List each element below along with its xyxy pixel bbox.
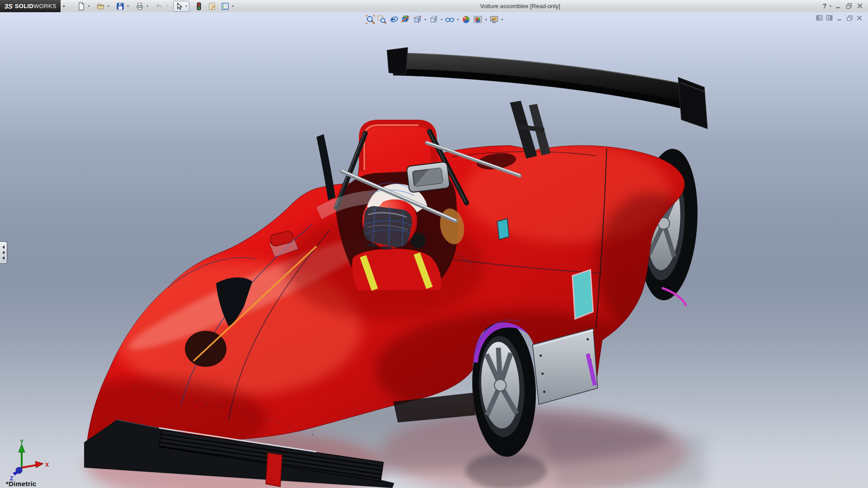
restore-icon [845, 2, 853, 9]
hide-show-items-icon [445, 14, 455, 24]
pane-right-button[interactable] [825, 14, 835, 22]
pane-left-button[interactable] [815, 14, 825, 22]
edit-appearance-button[interactable] [460, 14, 472, 25]
rear-view-mirror[interactable] [406, 162, 450, 193]
display-style-caret[interactable]: ▾ [439, 18, 444, 22]
file-properties-button[interactable] [207, 1, 217, 11]
help-button[interactable]: ? [821, 2, 828, 9]
edit-appearance-icon [461, 14, 471, 24]
menu-expand-arrow[interactable]: ▸ [61, 3, 67, 9]
zoom-to-fit-button[interactable] [364, 14, 376, 25]
display-style-button[interactable] [428, 14, 439, 25]
close-icon [856, 2, 863, 9]
undo-button[interactable] [154, 1, 165, 11]
view-settings-icon [489, 14, 499, 24]
view-settings-caret[interactable]: ▾ [500, 18, 505, 22]
display-style-icon [429, 14, 439, 24]
view-orientation-caret[interactable]: ▾ [423, 18, 428, 22]
document-window-controls [815, 14, 864, 22]
minimize-icon [835, 2, 842, 9]
restore-document-icon [846, 15, 853, 21]
open-caret[interactable]: ▾ [106, 4, 111, 8]
select-caret[interactable]: ▾ [184, 4, 189, 8]
minimize-document-button[interactable] [835, 14, 844, 22]
triad-y-label: Y [20, 440, 24, 445]
save-button[interactable] [115, 1, 126, 11]
orientation-triad[interactable]: Y X Z [7, 440, 51, 481]
stoplight-icon [195, 2, 203, 11]
help-caret[interactable]: ▾ [828, 4, 833, 8]
heads-up-view-toolbar: ▾ ▾ ▾ ▾ ▾ [364, 14, 505, 25]
save-icon [116, 2, 125, 11]
print-icon [135, 2, 144, 11]
save-caret[interactable]: ▾ [126, 4, 130, 8]
options-button[interactable] [220, 1, 231, 11]
feature-pane-collapse-tab[interactable] [0, 241, 7, 264]
close-document-button[interactable] [854, 14, 864, 22]
close-document-icon [856, 15, 863, 21]
section-view-icon [401, 14, 410, 24]
zoom-to-fit-icon [365, 14, 375, 24]
select-cursor-icon [175, 2, 183, 10]
document-title: Voiture assomblee [Read-only] [480, 3, 560, 9]
new-document-caret[interactable]: ▾ [87, 4, 91, 8]
print-caret[interactable]: ▾ [145, 4, 150, 8]
collapse-arrow-icon [2, 245, 5, 249]
print-button[interactable] [134, 1, 145, 11]
titlebar: 3SSOLIDWORKS ▸ ▾ ▾ ▾ ▾ ▾ ▾ [0, 0, 868, 13]
open-button[interactable] [95, 1, 106, 11]
new-document-button[interactable] [76, 1, 87, 11]
solidworks-window: 3SSOLIDWORKS ▸ ▾ ▾ ▾ ▾ ▾ ▾ [0, 0, 868, 488]
model-canvas[interactable] [0, 12, 868, 488]
collapse-arrow-icon [2, 251, 5, 254]
triad-x-label: X [45, 462, 49, 468]
zoom-to-area-button[interactable] [376, 14, 388, 25]
tow-post [266, 453, 282, 487]
collapse-arrow-icon [2, 256, 5, 260]
zoom-to-area-icon [377, 14, 387, 24]
logo-mark: 3S [4, 2, 12, 10]
undo-caret[interactable]: ▾ [165, 4, 169, 8]
new-document-icon [77, 2, 86, 11]
pane-right-icon [826, 15, 833, 21]
apply-scene-button[interactable] [472, 14, 484, 25]
apply-scene-icon [473, 14, 483, 24]
select-button[interactable]: ▾ [173, 1, 189, 12]
restore-document-button[interactable] [844, 14, 854, 22]
previous-view-icon [389, 14, 399, 24]
options-icon [221, 2, 230, 11]
view-orientation-icon [412, 14, 422, 24]
minimize-button[interactable] [833, 1, 844, 10]
main-toolbar: ▾ ▾ ▾ ▾ ▾ ▾ [76, 1, 235, 11]
hide-show-items-caret[interactable]: ▾ [456, 18, 460, 22]
graphics-viewport[interactable]: ▾ ▾ ▾ ▾ ▾ [0, 12, 868, 488]
file-properties-icon [208, 2, 217, 11]
view-settings-button[interactable] [488, 14, 500, 25]
solidworks-logo: 3SSOLIDWORKS [0, 0, 61, 12]
undo-icon [155, 2, 164, 11]
rebuild-stoplight-button[interactable] [193, 1, 204, 11]
apply-scene-caret[interactable]: ▾ [484, 18, 488, 22]
restore-button[interactable] [844, 1, 854, 10]
close-button[interactable] [854, 1, 865, 10]
previous-view-button[interactable] [388, 14, 400, 25]
open-icon [96, 2, 105, 11]
pane-left-icon [816, 15, 823, 21]
view-orientation-label: *Dimetric [6, 480, 37, 488]
hide-show-items-button[interactable] [444, 14, 456, 25]
view-orientation-button[interactable] [411, 14, 423, 25]
options-caret[interactable]: ▾ [231, 4, 235, 8]
section-view-button[interactable] [400, 14, 411, 25]
minimize-document-icon [836, 15, 843, 21]
window-controls: ? ▾ [821, 1, 865, 10]
